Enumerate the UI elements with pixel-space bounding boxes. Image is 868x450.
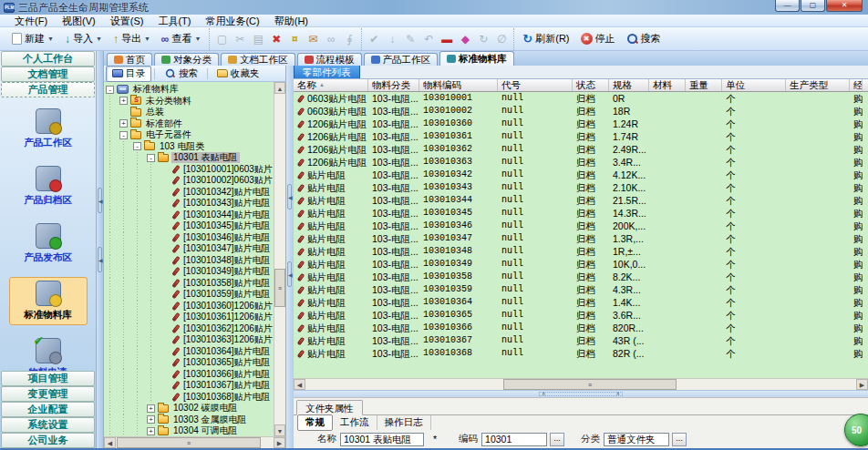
scroll-right-icon[interactable]: ▶ [274,437,285,448]
edit-icon[interactable]: ✎ [401,31,419,47]
table-row[interactable]: 1206贴片电阻103-电阻...103010361null归档1.74R个购 [294,130,868,143]
sidebar-group-document-management[interactable]: 文档管理 [1,66,95,82]
menu-item[interactable]: 帮助(H) [267,15,315,27]
column-header-5[interactable]: 状态 [573,79,609,91]
tree-node[interactable]: +10304 可调电阻 [106,425,273,436]
tree-node[interactable]: +[103010368]贴片电阻 [106,392,273,404]
maximize-button[interactable]: ▢ [801,0,825,12]
tree-node[interactable]: +未分类物料 [106,96,273,107]
table-row[interactable]: 贴片电阻103-电阻...103010368null归档82R (...个购 [294,347,868,360]
table-row[interactable]: 贴片电阻103-电阻...103010348null归档1R,±...个购 [294,245,868,258]
tab-object-category[interactable]: 对象分类 [154,53,219,66]
tree-node[interactable]: +[103010346]贴片电阻 [106,232,273,244]
cut-icon[interactable]: ✂ [231,31,249,47]
category-field[interactable]: 普通文件夹 [604,433,669,446]
undo-icon[interactable]: ↶ [419,31,438,47]
column-header-10[interactable]: 生产类型 [786,79,850,91]
sidebar-item-product-archive[interactable]: 产品归档区 [9,162,88,210]
copy-icon[interactable]: ▢ [212,31,231,47]
tree-node[interactable]: +[103010361]1206贴片电阻 [106,312,273,323]
tree-node[interactable]: +[103010362]1206贴片电阻 [106,323,273,335]
column-header-6[interactable]: 规格 [609,79,649,91]
eraser-icon[interactable]: ▬ [438,31,456,47]
tree-node[interactable]: -10301 表贴电阻 [106,152,273,164]
tab-document-workspace[interactable]: 文档工作区 [221,53,295,66]
sync-icon[interactable]: ↻ [474,31,492,47]
sidebar-group-change-management[interactable]: 变更管理 [1,386,95,402]
scroll-thumb[interactable]: ≡ [274,269,285,307]
catalog-button[interactable]: 目录 [106,66,151,82]
tree-node[interactable]: +[103010343]贴片电阻 [106,198,273,210]
tree-node[interactable]: -电子元器件 [106,129,273,141]
sidebar-group-personal-workbench[interactable]: 个人工作台 [1,51,95,66]
table-row[interactable]: 贴片电阻103-电阻...103010345null归档14.3R...个购 [294,207,868,220]
tree-node[interactable]: +[103010358]贴片电阻 [106,278,273,290]
scroll-right-icon[interactable]: ▶ [856,379,868,390]
menu-item[interactable]: 设置(S) [103,15,151,27]
tree-node[interactable]: +标准部件 [106,118,273,130]
tab-product-workspace[interactable]: 产品工作区 [364,53,439,66]
collapse-left-icon[interactable]: ◀ [98,188,102,213]
table-row[interactable]: 1206贴片电阻103-电阻...103010362null归档2.49R...… [294,143,868,156]
tree-node[interactable]: +[103010364]贴片电阻 [106,346,273,358]
import-button[interactable]: ↓导入▼ [59,29,108,48]
sidebar-group-enterprise-config[interactable]: 企业配置 [1,402,95,417]
sidebar-item-standard-material-library[interactable]: 标准物料库 [9,277,88,325]
tree-node[interactable]: +[103010348]贴片电阻 [106,255,273,267]
column-header-8[interactable]: 重量 [686,79,722,91]
scroll-thumb[interactable]: ≡ [117,437,261,448]
scroll-down-icon[interactable]: ▼ [274,424,285,436]
note-icon[interactable]: ✉ [304,31,322,47]
name-field[interactable]: 10301 表贴电阻 [340,433,424,446]
tab-home[interactable]: 首页 [107,53,152,66]
scroll-left-icon[interactable]: ◀ [294,379,305,390]
collapse-icon[interactable]: - [106,86,114,94]
tab-flow-template[interactable]: 流程模板 [297,53,362,66]
folder-properties-tab[interactable]: 文件夹属性 [296,400,363,415]
brush-icon[interactable]: ◆ [456,31,474,47]
expand-icon[interactable]: + [147,415,155,424]
menu-item[interactable]: 视图(V) [55,15,103,27]
tree-node[interactable]: +[103010344]贴片电阻 [106,210,273,221]
column-header-11[interactable]: 经 [850,79,863,91]
column-header-1[interactable]: 名称▲ [294,79,368,91]
code-browse-button[interactable]: ... [550,433,564,446]
subtab-workflow[interactable]: 工作流 [333,415,377,430]
view-button[interactable]: ∞查看▼ [156,29,207,48]
table-row[interactable]: 贴片电阻103-电阻...103010367null归档43R (...个购 [294,334,868,347]
table-row[interactable]: 贴片电阻103-电阻...103010359null归档4.3R...个购 [294,283,868,296]
table-row[interactable]: 贴片电阻103-电阻...103010365null归档3.6R...个购 [294,309,868,322]
tree-node[interactable]: +[103010360]1206贴片电阻 [106,301,273,312]
tree-node[interactable]: -标准物料库 [106,84,273,96]
column-header-3[interactable]: 物料编码 [419,79,498,91]
tree-node[interactable]: +[103010001]0603贴片电阻 [106,164,273,176]
favorites-button[interactable]: 收藏夹 [211,66,266,82]
export-button[interactable]: ↑导出▼ [108,29,156,48]
subtab-operation-log[interactable]: 操作日志 [377,415,431,430]
link-icon[interactable]: ∞ [322,31,340,47]
tree-node[interactable]: +[103010366]贴片电阻 [106,369,273,381]
sidebar-item-product-workspace[interactable]: 产品工作区 [9,105,88,153]
new-button[interactable]: 新建▼ [6,29,59,48]
column-header-7[interactable]: 材料 [649,79,686,91]
column-header-2[interactable]: 物料分类 [368,79,419,91]
table-row[interactable]: 1206贴片电阻103-电阻...103010363null归档3.4R...个… [294,156,868,169]
attach-icon[interactable]: ∮ [340,31,358,47]
tree-node[interactable]: +10303 金属膜电阻 [106,414,273,426]
sidebar-group-product-management[interactable]: 产品管理 [1,82,95,97]
subtab-general[interactable]: 常规 [297,414,333,431]
table-row[interactable]: 贴片电阻103-电阻...103010343null归档2.10K...个购 [294,181,868,194]
collapse-left-icon[interactable]: ◀ [287,261,292,287]
tree-node[interactable]: +[103010349]贴片电阻 [106,266,273,278]
paste-icon[interactable]: ▤ [249,31,267,47]
tree-node[interactable]: +[103010002]0603贴片电阻 [106,175,273,187]
expand-icon[interactable]: + [147,427,155,435]
scroll-thumb[interactable]: ≡ [503,379,677,390]
table-row[interactable]: 1206贴片电阻103-电阻...103010360null归档1.24R个购 [294,118,868,130]
sidebar-splitter[interactable]: ◀ ◀ [97,51,104,448]
column-header-9[interactable]: 单位 [722,79,786,91]
table-props-splitter[interactable]: ∧∧ [294,390,868,397]
category-browse-button[interactable]: ... [672,433,687,446]
sidebar-group-company-business[interactable]: 公司业务 [1,433,95,448]
tree-horizontal-scrollbar[interactable]: ◀ ▶ ≡ [104,436,285,448]
